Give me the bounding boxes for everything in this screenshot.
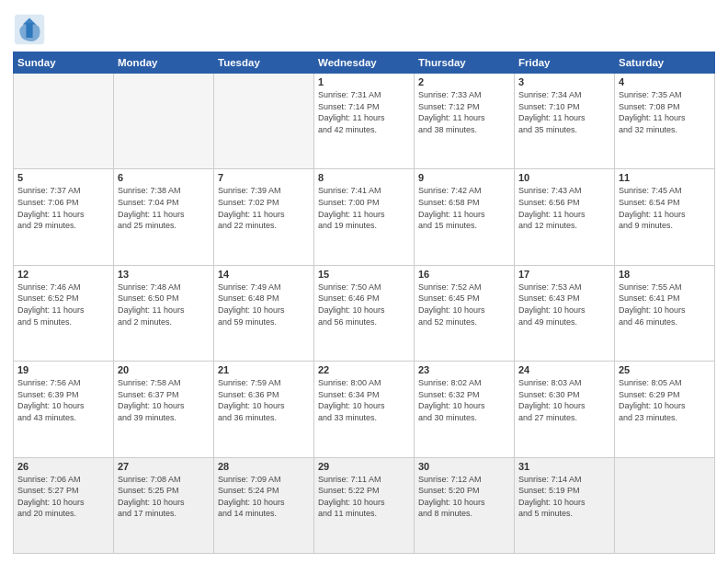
calendar-cell: 20Sunrise: 7:58 AM Sunset: 6:37 PM Dayli… [114, 362, 214, 457]
calendar-cell: 11Sunrise: 7:45 AM Sunset: 6:54 PM Dayli… [615, 169, 715, 265]
day-number: 5 [17, 172, 109, 183]
day-detail: Sunrise: 7:39 AM Sunset: 7:02 PM Dayligh… [218, 185, 310, 231]
calendar-cell [114, 74, 214, 169]
day-number: 16 [418, 269, 510, 280]
calendar-cell: 28Sunrise: 7:09 AM Sunset: 5:24 PM Dayli… [214, 457, 314, 553]
calendar-cell: 4Sunrise: 7:35 AM Sunset: 7:08 PM Daylig… [615, 74, 715, 169]
day-detail: Sunrise: 8:05 AM Sunset: 6:29 PM Dayligh… [619, 377, 711, 423]
day-number: 24 [518, 364, 610, 375]
day-detail: Sunrise: 8:00 AM Sunset: 6:34 PM Dayligh… [318, 377, 410, 423]
day-number: 10 [518, 172, 610, 183]
calendar-cell: 2Sunrise: 7:33 AM Sunset: 7:12 PM Daylig… [415, 74, 515, 169]
calendar-week-3: 12Sunrise: 7:46 AM Sunset: 6:52 PM Dayli… [14, 265, 715, 361]
calendar-cell: 13Sunrise: 7:48 AM Sunset: 6:50 PM Dayli… [114, 265, 214, 361]
weekday-header-tuesday: Tuesday [214, 52, 314, 74]
day-detail: Sunrise: 7:34 AM Sunset: 7:10 PM Dayligh… [518, 89, 610, 135]
day-detail: Sunrise: 7:50 AM Sunset: 6:46 PM Dayligh… [318, 282, 410, 327]
calendar-cell: 6Sunrise: 7:38 AM Sunset: 7:04 PM Daylig… [114, 169, 214, 265]
weekday-header-wednesday: Wednesday [314, 52, 415, 74]
calendar-cell: 23Sunrise: 8:02 AM Sunset: 6:32 PM Dayli… [415, 362, 515, 457]
weekday-header-row: SundayMondayTuesdayWednesdayThursdayFrid… [14, 52, 715, 74]
day-number: 23 [418, 364, 510, 375]
day-detail: Sunrise: 7:38 AM Sunset: 7:04 PM Dayligh… [118, 185, 210, 231]
calendar-cell: 5Sunrise: 7:37 AM Sunset: 7:06 PM Daylig… [14, 169, 114, 265]
day-number: 8 [318, 172, 410, 183]
day-detail: Sunrise: 7:33 AM Sunset: 7:12 PM Dayligh… [418, 89, 510, 135]
calendar-cell: 30Sunrise: 7:12 AM Sunset: 5:20 PM Dayli… [415, 457, 515, 553]
day-detail: Sunrise: 7:59 AM Sunset: 6:36 PM Dayligh… [218, 377, 310, 423]
weekday-header-sunday: Sunday [14, 52, 114, 74]
day-detail: Sunrise: 8:02 AM Sunset: 6:32 PM Dayligh… [418, 377, 510, 423]
day-number: 19 [17, 364, 109, 375]
calendar-cell: 21Sunrise: 7:59 AM Sunset: 6:36 PM Dayli… [214, 362, 314, 457]
day-number: 27 [118, 461, 210, 472]
weekday-header-saturday: Saturday [615, 52, 715, 74]
calendar-cell: 31Sunrise: 7:14 AM Sunset: 5:19 PM Dayli… [515, 457, 615, 553]
calendar-cell: 3Sunrise: 7:34 AM Sunset: 7:10 PM Daylig… [515, 74, 615, 169]
day-detail: Sunrise: 7:56 AM Sunset: 6:39 PM Dayligh… [17, 377, 109, 423]
calendar-cell [615, 457, 715, 553]
page-header [13, 9, 715, 46]
day-detail: Sunrise: 7:49 AM Sunset: 6:48 PM Dayligh… [218, 282, 310, 327]
calendar-cell: 7Sunrise: 7:39 AM Sunset: 7:02 PM Daylig… [214, 169, 314, 265]
day-number: 22 [318, 364, 410, 375]
calendar-week-1: 1Sunrise: 7:31 AM Sunset: 7:14 PM Daylig… [14, 74, 715, 169]
day-number: 18 [619, 269, 711, 280]
calendar-cell: 12Sunrise: 7:46 AM Sunset: 6:52 PM Dayli… [14, 265, 114, 361]
day-number: 4 [619, 76, 711, 87]
day-number: 13 [118, 269, 210, 280]
day-detail: Sunrise: 7:08 AM Sunset: 5:25 PM Dayligh… [118, 474, 210, 520]
weekday-header-monday: Monday [114, 52, 214, 74]
day-number: 2 [418, 76, 510, 87]
calendar-cell: 26Sunrise: 7:06 AM Sunset: 5:27 PM Dayli… [14, 457, 114, 553]
day-detail: Sunrise: 7:12 AM Sunset: 5:20 PM Dayligh… [418, 474, 510, 520]
calendar-cell: 22Sunrise: 8:00 AM Sunset: 6:34 PM Dayli… [314, 362, 415, 457]
day-detail: Sunrise: 7:45 AM Sunset: 6:54 PM Dayligh… [619, 185, 711, 231]
day-detail: Sunrise: 7:46 AM Sunset: 6:52 PM Dayligh… [17, 282, 109, 327]
day-number: 1 [318, 76, 410, 87]
calendar-cell: 17Sunrise: 7:53 AM Sunset: 6:43 PM Dayli… [515, 265, 615, 361]
calendar-cell: 9Sunrise: 7:42 AM Sunset: 6:58 PM Daylig… [415, 169, 515, 265]
day-detail: Sunrise: 7:52 AM Sunset: 6:45 PM Dayligh… [418, 282, 510, 327]
day-detail: Sunrise: 7:43 AM Sunset: 6:56 PM Dayligh… [518, 185, 610, 231]
day-detail: Sunrise: 7:06 AM Sunset: 5:27 PM Dayligh… [17, 474, 109, 520]
day-number: 11 [619, 172, 711, 183]
day-detail: Sunrise: 7:55 AM Sunset: 6:41 PM Dayligh… [619, 282, 711, 327]
calendar-week-4: 19Sunrise: 7:56 AM Sunset: 6:39 PM Dayli… [14, 362, 715, 457]
day-detail: Sunrise: 7:48 AM Sunset: 6:50 PM Dayligh… [118, 282, 210, 327]
day-number: 14 [218, 269, 310, 280]
calendar-cell: 18Sunrise: 7:55 AM Sunset: 6:41 PM Dayli… [615, 265, 715, 361]
calendar-cell: 29Sunrise: 7:11 AM Sunset: 5:22 PM Dayli… [314, 457, 415, 553]
calendar-week-2: 5Sunrise: 7:37 AM Sunset: 7:06 PM Daylig… [14, 169, 715, 265]
calendar-cell: 19Sunrise: 7:56 AM Sunset: 6:39 PM Dayli… [14, 362, 114, 457]
day-number: 20 [118, 364, 210, 375]
weekday-header-thursday: Thursday [415, 52, 515, 74]
day-detail: Sunrise: 7:11 AM Sunset: 5:22 PM Dayligh… [318, 474, 410, 520]
day-number: 29 [318, 461, 410, 472]
day-number: 21 [218, 364, 310, 375]
day-detail: Sunrise: 7:41 AM Sunset: 7:00 PM Dayligh… [318, 185, 410, 231]
day-number: 9 [418, 172, 510, 183]
day-number: 6 [118, 172, 210, 183]
day-detail: Sunrise: 7:58 AM Sunset: 6:37 PM Dayligh… [118, 377, 210, 423]
weekday-header-friday: Friday [515, 52, 615, 74]
day-number: 31 [518, 461, 610, 472]
calendar-cell: 15Sunrise: 7:50 AM Sunset: 6:46 PM Dayli… [314, 265, 415, 361]
day-number: 15 [318, 269, 410, 280]
day-number: 26 [17, 461, 109, 472]
logo [13, 13, 50, 46]
day-number: 7 [218, 172, 310, 183]
calendar-table: SundayMondayTuesdayWednesdayThursdayFrid… [13, 52, 715, 554]
calendar-week-5: 26Sunrise: 7:06 AM Sunset: 5:27 PM Dayli… [14, 457, 715, 553]
day-detail: Sunrise: 7:42 AM Sunset: 6:58 PM Dayligh… [418, 185, 510, 231]
day-number: 12 [17, 269, 109, 280]
logo-icon [13, 13, 46, 46]
calendar-cell: 14Sunrise: 7:49 AM Sunset: 6:48 PM Dayli… [214, 265, 314, 361]
calendar-cell: 16Sunrise: 7:52 AM Sunset: 6:45 PM Dayli… [415, 265, 515, 361]
day-number: 30 [418, 461, 510, 472]
day-detail: Sunrise: 7:31 AM Sunset: 7:14 PM Dayligh… [318, 89, 410, 135]
calendar-cell [14, 74, 114, 169]
calendar-cell: 10Sunrise: 7:43 AM Sunset: 6:56 PM Dayli… [515, 169, 615, 265]
day-detail: Sunrise: 7:35 AM Sunset: 7:08 PM Dayligh… [619, 89, 711, 135]
day-detail: Sunrise: 7:09 AM Sunset: 5:24 PM Dayligh… [218, 474, 310, 520]
